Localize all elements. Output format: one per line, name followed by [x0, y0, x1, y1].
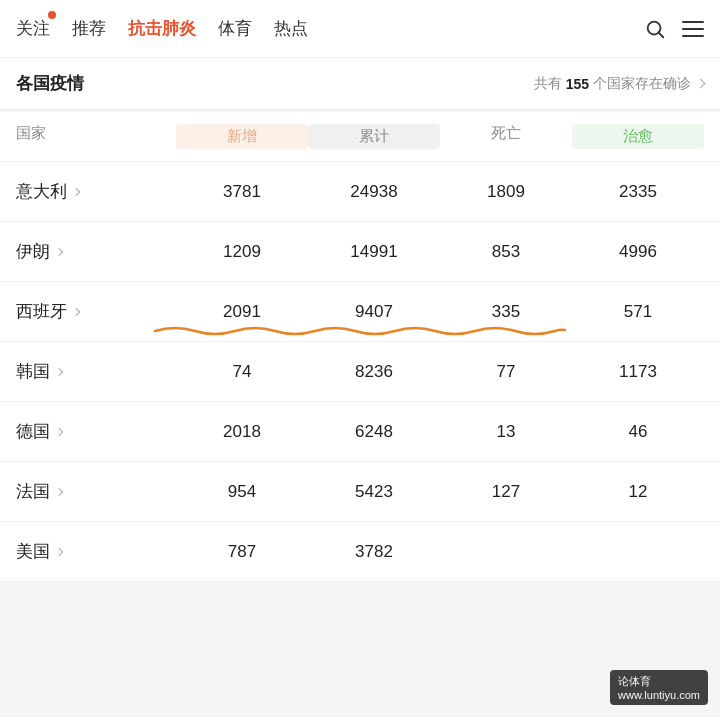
country-name-spain: 西班牙 — [16, 300, 176, 323]
nav-item-tiyu[interactable]: 体育 — [218, 17, 252, 40]
cell-iran-leiji: 14991 — [308, 242, 440, 262]
nav-right-actions — [644, 18, 704, 40]
chevron-france — [55, 487, 63, 495]
country-name-italy: 意大利 — [16, 180, 176, 203]
cell-italy-leiji: 24938 — [308, 182, 440, 202]
nav-item-redian[interactable]: 热点 — [274, 17, 308, 40]
country-count: 155 — [566, 76, 589, 92]
cell-spain-zhiyu: 571 — [572, 302, 704, 322]
subtitle-prefix: 共有 — [534, 75, 562, 93]
nav-item-guanzhu[interactable]: 关注 — [16, 17, 50, 40]
cell-korea-zhiyu: 1173 — [572, 362, 704, 382]
top-nav: 关注 推荐 抗击肺炎 体育 热点 — [0, 0, 720, 58]
cell-korea-siwang: 77 — [440, 362, 572, 382]
cell-usa-leiji: 3782 — [308, 542, 440, 562]
country-name-iran: 伊朗 — [16, 240, 176, 263]
cell-iran-siwang: 853 — [440, 242, 572, 262]
header-siwang: 死亡 — [440, 124, 572, 149]
cell-germany-siwang: 13 — [440, 422, 572, 442]
chevron-italy — [72, 187, 80, 195]
cell-spain-xinzeng: 2091 — [176, 302, 308, 322]
section-title: 各国疫情 — [16, 72, 84, 95]
svg-line-1 — [658, 32, 663, 37]
table-row-spain[interactable]: 西班牙 2091 9407 335 571 — [0, 282, 720, 342]
squiggle-decoration — [155, 323, 565, 337]
search-icon[interactable] — [644, 18, 666, 40]
cell-france-zhiyu: 12 — [572, 482, 704, 502]
cell-korea-xinzeng: 74 — [176, 362, 308, 382]
country-name-korea: 韩国 — [16, 360, 176, 383]
cell-italy-zhiyu: 2335 — [572, 182, 704, 202]
cell-iran-zhiyu: 4996 — [572, 242, 704, 262]
table-row-italy[interactable]: 意大利 3781 24938 1809 2335 — [0, 162, 720, 222]
chevron-right-icon — [696, 79, 706, 89]
cell-france-siwang: 127 — [440, 482, 572, 502]
cell-spain-leiji: 9407 — [308, 302, 440, 322]
cell-france-leiji: 5423 — [308, 482, 440, 502]
table-header-row: 国家 新增 累计 死亡 治愈 — [0, 112, 720, 162]
table-row-france[interactable]: 法国 954 5423 127 12 — [0, 462, 720, 522]
section-header: 各国疫情 共有 155 个国家存在确诊 — [0, 58, 720, 110]
header-zhiyu: 治愈 — [572, 124, 704, 149]
cell-korea-leiji: 8236 — [308, 362, 440, 382]
header-leiji: 累计 — [308, 124, 440, 149]
chevron-iran — [55, 247, 63, 255]
chevron-spain — [72, 307, 80, 315]
table-row-germany[interactable]: 德国 2018 6248 13 46 — [0, 402, 720, 462]
cell-germany-xinzeng: 2018 — [176, 422, 308, 442]
table-row-korea[interactable]: 韩国 74 8236 77 1173 — [0, 342, 720, 402]
country-name-france: 法国 — [16, 480, 176, 503]
nav-item-kangji[interactable]: 抗击肺炎 — [128, 17, 196, 40]
table-row-usa[interactable]: 美国 787 3782 — [0, 522, 720, 582]
country-name-usa: 美国 — [16, 540, 176, 563]
country-name-germany: 德国 — [16, 420, 176, 443]
section-subtitle[interactable]: 共有 155 个国家存在确诊 — [534, 75, 704, 93]
cell-usa-xinzeng: 787 — [176, 542, 308, 562]
chevron-korea — [55, 367, 63, 375]
covid-table: 国家 新增 累计 死亡 治愈 意大利 3781 24938 1809 2335 … — [0, 112, 720, 582]
chevron-usa — [55, 547, 63, 555]
cell-france-xinzeng: 954 — [176, 482, 308, 502]
cell-spain-siwang: 335 — [440, 302, 572, 322]
menu-icon[interactable] — [682, 21, 704, 37]
nav-item-tuijian[interactable]: 推荐 — [72, 17, 106, 40]
watermark: 论体育 www.luntiyu.com — [610, 670, 708, 705]
watermark-brand: 论体育 — [618, 675, 651, 687]
chevron-germany — [55, 427, 63, 435]
header-xinzeng: 新增 — [176, 124, 308, 149]
table-row-iran[interactable]: 伊朗 1209 14991 853 4996 — [0, 222, 720, 282]
cell-italy-xinzeng: 3781 — [176, 182, 308, 202]
watermark-url: www.luntiyu.com — [618, 689, 700, 701]
header-country: 国家 — [16, 124, 176, 149]
subtitle-suffix: 个国家存在确诊 — [593, 75, 691, 93]
cell-germany-zhiyu: 46 — [572, 422, 704, 442]
cell-iran-xinzeng: 1209 — [176, 242, 308, 262]
cell-italy-siwang: 1809 — [440, 182, 572, 202]
cell-germany-leiji: 6248 — [308, 422, 440, 442]
